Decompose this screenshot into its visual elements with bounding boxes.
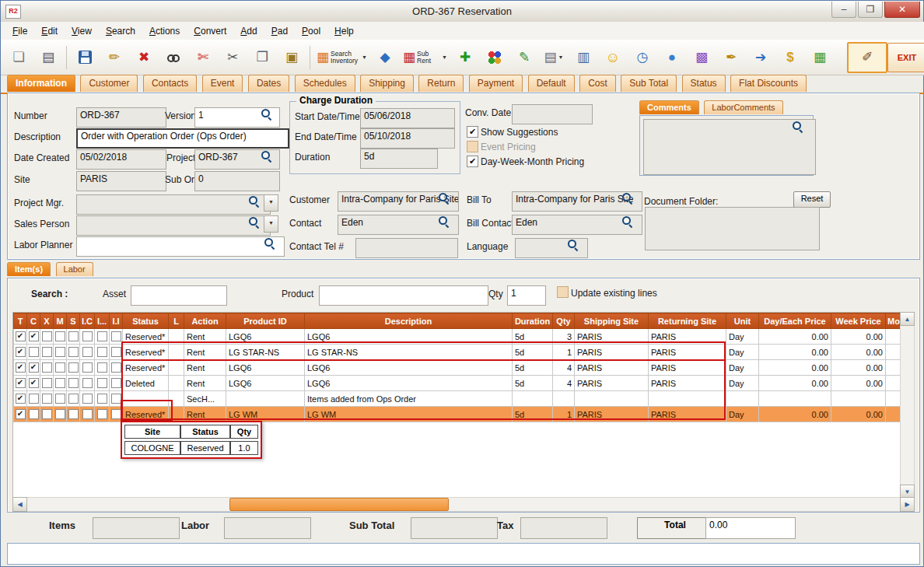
row-checkbox[interactable] <box>82 362 93 373</box>
tab-status[interactable]: Status <box>682 75 726 92</box>
tab-shipping[interactable]: Shipping <box>360 75 414 92</box>
row-checkbox[interactable] <box>82 394 93 404</box>
globe-button[interactable]: ● <box>657 43 687 72</box>
start-date-field[interactable]: 05/06/2018 <box>360 108 455 128</box>
sub-orders-field[interactable]: 0 <box>194 171 280 191</box>
smiley-button[interactable]: ☺ <box>598 43 628 72</box>
menu-edit[interactable]: Edit <box>34 23 65 39</box>
row-checkbox[interactable] <box>82 347 93 357</box>
find-button[interactable] <box>159 43 188 72</box>
comments-textarea[interactable] <box>643 119 816 175</box>
scrollbar-thumb[interactable] <box>229 498 449 511</box>
col-header-il[interactable]: I... <box>95 313 110 329</box>
col-header-shipping-site[interactable]: Shipping Site <box>575 313 649 329</box>
time-button[interactable]: ◷ <box>628 43 657 72</box>
col-header-ic[interactable]: I.C <box>80 313 95 329</box>
col-header-status[interactable]: Status <box>123 313 169 329</box>
project-mgr-search-icon[interactable] <box>249 196 260 207</box>
col-header-unit[interactable]: Unit <box>726 313 759 329</box>
transfer-button[interactable]: ➔ <box>746 43 775 72</box>
tab-customer[interactable]: Customer <box>80 75 138 92</box>
row-checkbox[interactable] <box>55 347 65 357</box>
row-checkbox[interactable] <box>111 362 121 373</box>
tab-labor-comments[interactable]: LaborComments <box>704 100 782 114</box>
row-checkbox[interactable]: ✔ <box>29 378 39 388</box>
version-search-icon[interactable] <box>261 109 272 120</box>
scroll-up-button[interactable]: ▲ <box>900 312 915 326</box>
contact-search-icon[interactable] <box>439 216 450 227</box>
row-checkbox[interactable] <box>68 409 79 419</box>
col-header-s[interactable]: S <box>67 313 80 329</box>
row-checkbox[interactable] <box>97 409 107 419</box>
tab-information[interactable]: Information <box>7 75 75 92</box>
col-header-week-price[interactable]: Week Price <box>831 313 886 329</box>
tab-event[interactable]: Event <box>202 75 243 92</box>
tab-dates[interactable]: Dates <box>248 75 289 92</box>
menu-pad[interactable]: Pad <box>264 23 295 39</box>
row-checkbox[interactable] <box>42 347 52 357</box>
sales-person-dropdown-button[interactable]: ▼ <box>264 215 278 233</box>
row-checkbox[interactable] <box>55 378 65 388</box>
qty-input[interactable]: 1 <box>507 285 546 306</box>
row-checkbox[interactable] <box>42 362 52 373</box>
menu-convert[interactable]: Convert <box>187 23 233 39</box>
col-header-returning-site[interactable]: Returning Site <box>649 313 726 329</box>
save-button[interactable] <box>70 43 100 72</box>
tab-schedules[interactable]: Schedules <box>295 75 355 92</box>
sign-button[interactable]: ✒ <box>716 43 746 72</box>
table-row[interactable]: ✔ ✔ Deleted Rent LGQ6 LGQ6 5d 4 PARIS <box>14 376 901 391</box>
col-header-x[interactable]: X <box>40 313 54 329</box>
row-checkbox[interactable] <box>42 331 52 341</box>
language-search-icon[interactable] <box>568 240 579 250</box>
col-header-product-id[interactable]: Product ID <box>226 313 305 329</box>
tab-flat-discounts[interactable]: Flat Discounts <box>730 75 807 92</box>
asset-search-input[interactable] <box>131 285 227 306</box>
edit-note-button[interactable]: ✎ <box>509 43 539 72</box>
row-checkbox[interactable]: ✔ <box>29 362 39 373</box>
tab-items[interactable]: Item(s) <box>7 262 51 276</box>
remove-line-button[interactable]: ✄ <box>188 43 218 72</box>
tab-default[interactable]: Default <box>528 75 575 92</box>
row-checkbox[interactable] <box>82 409 93 419</box>
date-created-field[interactable]: 05/02/2018 <box>76 149 166 170</box>
menu-file[interactable]: File <box>5 23 34 39</box>
col-header-duration[interactable]: Duration <box>513 313 553 329</box>
row-checkbox[interactable] <box>68 394 79 404</box>
tab-payment[interactable]: Payment <box>469 75 523 92</box>
dwm-pricing-checkbox[interactable]: ✔ <box>467 156 478 167</box>
site-field[interactable]: PARIS <box>76 171 166 191</box>
project-search-icon[interactable] <box>261 151 272 162</box>
add-item-button[interactable]: ✚ <box>450 43 480 72</box>
close-button[interactable]: ✕ <box>884 2 920 18</box>
col-header-l[interactable]: L <box>169 313 184 329</box>
exit-button[interactable]: EXIT <box>887 43 924 72</box>
row-checkbox[interactable]: ✔ <box>16 394 26 404</box>
table-row[interactable]: ✔ ✔ Reserved* Rent LGQ6 LGQ6 5d 3 PARIS <box>14 329 901 345</box>
row-checkbox[interactable] <box>111 378 121 388</box>
row-checkbox[interactable] <box>42 378 52 388</box>
menu-help[interactable]: Help <box>327 23 361 39</box>
row-checkbox[interactable] <box>111 347 121 357</box>
project-mgr-field[interactable] <box>76 194 271 215</box>
project-mgr-dropdown-button[interactable]: ▼ <box>264 194 278 212</box>
table-row-selected[interactable]: ✔ Reserved* Rent LG WM LG WM 5d 1 PARIS <box>14 407 901 422</box>
row-checkbox[interactable]: ✔ <box>16 347 26 357</box>
row-checkbox[interactable] <box>68 331 79 341</box>
bill-contact-search-icon[interactable] <box>622 216 633 227</box>
end-date-field[interactable]: 05/10/2018 <box>360 128 455 149</box>
row-checkbox[interactable] <box>111 394 121 404</box>
row-checkbox[interactable] <box>68 347 79 357</box>
pad-button[interactable]: ▤▼ <box>539 43 569 72</box>
tab-comments[interactable]: Comments <box>639 100 699 114</box>
row-checkbox[interactable] <box>29 394 39 404</box>
pricing-button[interactable]: ◆ <box>370 43 400 72</box>
row-checkbox[interactable] <box>97 362 107 373</box>
print-button[interactable]: ▤ <box>33 43 63 72</box>
row-checkbox[interactable] <box>55 362 65 373</box>
conv-date-field[interactable] <box>512 104 593 124</box>
table-row[interactable]: ✔ ✔ Reserved* Rent LGQ6 LGQ6 5d 4 PARIS <box>14 360 901 376</box>
row-checkbox[interactable]: ✔ <box>16 362 26 373</box>
col-header-action[interactable]: Action <box>184 313 226 329</box>
new-order-button[interactable]: ❏ <box>4 43 33 72</box>
row-checkbox[interactable]: ✔ <box>16 409 26 419</box>
